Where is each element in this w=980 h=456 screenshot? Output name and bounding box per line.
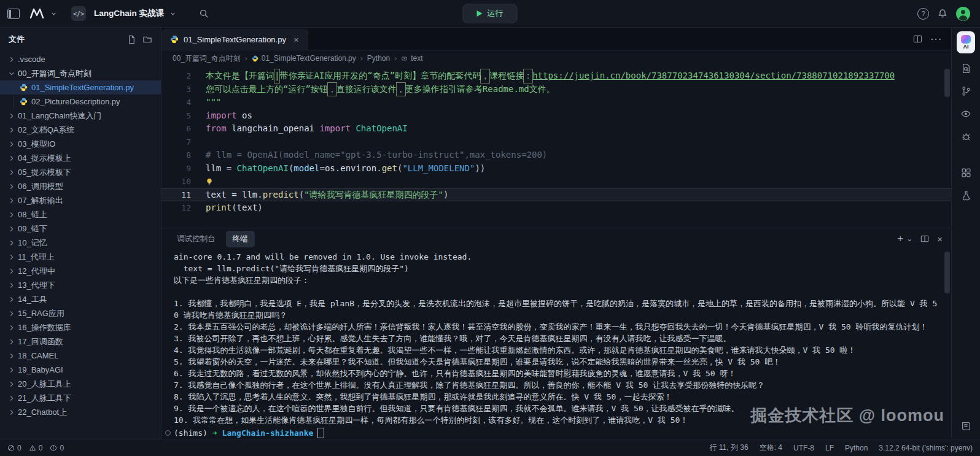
chevron-down-icon[interactable] bbox=[50, 10, 57, 17]
bell-icon[interactable] bbox=[938, 9, 947, 18]
statusbar-item-1[interactable]: 空格: 4 bbox=[760, 442, 782, 453]
problems-infos[interactable]: 0 bbox=[50, 444, 64, 452]
avatar[interactable] bbox=[956, 7, 970, 21]
tree-item[interactable]: 17_回调函数 bbox=[0, 334, 161, 349]
help-icon[interactable]: ? bbox=[917, 8, 929, 20]
tree-item[interactable]: 03_模型IO bbox=[0, 137, 161, 151]
new-folder-icon[interactable] bbox=[142, 35, 152, 44]
statusbar-item-5[interactable]: 3.12.2 64-bit ('shims': pyenv) bbox=[879, 444, 973, 452]
terminal[interactable]: ain-core 0.1.7 and will be removed in 1.… bbox=[161, 249, 951, 439]
tree-item[interactable]: 00_开篇词_奇点时刻 bbox=[0, 66, 161, 80]
tab-simpletextgeneration[interactable]: 01_SimpleTextGeneration.py × bbox=[161, 29, 308, 50]
extensions-grid-icon[interactable] bbox=[958, 164, 974, 180]
split-editor-icon[interactable] bbox=[913, 34, 922, 44]
test-flask-icon[interactable] bbox=[958, 187, 974, 203]
code-text bbox=[191, 136, 206, 149]
code-line-8[interactable]: 8# llm = OpenAI(model_name="gpt-3.5-turb… bbox=[161, 149, 951, 162]
scrollbar-thumb[interactable] bbox=[944, 252, 950, 293]
tree-item[interactable]: 09_链下 bbox=[0, 222, 161, 236]
tree-item[interactable]: 21_人脉工具下 bbox=[0, 391, 161, 405]
tree-item[interactable]: 02_PictureDescription.py bbox=[0, 95, 161, 109]
statusbar-item-3[interactable]: LF bbox=[825, 444, 834, 452]
statusbar-item-4[interactable]: Python bbox=[845, 444, 868, 452]
ai-assistant-icon[interactable]: AI bbox=[957, 31, 975, 53]
tree-item[interactable]: 15_RAG应用 bbox=[0, 306, 161, 320]
more-actions-icon[interactable]: ··· bbox=[931, 34, 943, 44]
tree-item[interactable]: 11_代理上 bbox=[0, 250, 161, 264]
app-logo[interactable] bbox=[29, 7, 45, 20]
code-tag-icon[interactable]: </> bbox=[71, 6, 86, 21]
code-text: 您可以点击最上方的“运行”按钮，直接运行该文件，更多操作指引请参考Readme.… bbox=[191, 83, 555, 96]
search-icon[interactable] bbox=[199, 9, 209, 18]
tree-item[interactable]: 07_解析输出 bbox=[0, 193, 161, 207]
tree-item[interactable]: 22_Chatbot上 bbox=[0, 405, 161, 419]
line-number: 10 bbox=[161, 175, 191, 188]
code-line-5[interactable]: 5import os bbox=[161, 109, 951, 123]
close-panel-icon[interactable]: × bbox=[937, 234, 943, 244]
tree-item-label: 20_人脉工具上 bbox=[18, 379, 71, 390]
tree-item[interactable]: 01_SimpleTextGeneration.py bbox=[0, 80, 161, 95]
tab-debug-console[interactable]: 调试控制台 bbox=[170, 231, 222, 247]
tree-item-label: 02_PictureDescription.py bbox=[31, 97, 120, 106]
tree-item[interactable]: 08_链上 bbox=[0, 207, 161, 222]
code-line-7[interactable]: 7 bbox=[161, 136, 951, 149]
tree-item[interactable]: 18_CAMEL bbox=[0, 349, 161, 363]
project-chevron-down-icon[interactable] bbox=[169, 10, 176, 17]
breadcrumb-symbol[interactable]: text bbox=[401, 54, 422, 63]
source-control-icon[interactable] bbox=[958, 83, 974, 99]
tree-item[interactable]: 05_提示模板下 bbox=[0, 165, 161, 179]
tree-item[interactable]: 13_代理下 bbox=[0, 278, 161, 292]
debug-bug-icon[interactable] bbox=[958, 128, 974, 144]
tree-item[interactable]: 19_BabyAGI bbox=[0, 363, 161, 377]
tree-item[interactable]: 16_操作数据库 bbox=[0, 320, 161, 334]
code-line-6[interactable]: 6from langchain_openai import ChatOpenAI bbox=[161, 122, 951, 136]
file-tree[interactable]: .vscode00_开篇词_奇点时刻01_SimpleTextGeneratio… bbox=[0, 51, 161, 439]
statusbar-item-2[interactable]: UTF-8 bbox=[793, 444, 814, 452]
terminal-line: 5. 我望着窗外的天空，一片迷茫。未来在哪里？我不知道。但我知道今天是肯德基疯狂… bbox=[174, 356, 939, 368]
scrollbar-thumb[interactable] bbox=[944, 69, 950, 97]
project-name[interactable]: LangChain 实战课 bbox=[94, 8, 164, 19]
docs-book-icon[interactable] bbox=[958, 418, 974, 434]
code-line-9[interactable]: 9llm = ChatOpenAI(model=os.environ.get("… bbox=[161, 162, 951, 176]
code-line-4[interactable]: 4""" bbox=[161, 96, 951, 109]
code-line-10[interactable]: 10 bbox=[161, 175, 951, 188]
run-button[interactable]: 运行 bbox=[463, 4, 518, 23]
file-search-icon[interactable] bbox=[958, 60, 974, 76]
code-line-2[interactable]: 2本文件是【开篇词|带你亲证AI应用开发的“奇点”时刻】章节的配套代码，课程链接… bbox=[161, 69, 951, 83]
tree-item[interactable]: 20_人脉工具上 bbox=[0, 377, 161, 391]
code-text: llm = ChatOpenAI(model=os.environ.get("L… bbox=[191, 162, 485, 176]
breadcrumb-language[interactable]: Python bbox=[367, 54, 390, 63]
code-editor[interactable]: 2本文件是【开篇词|带你亲证AI应用开发的“奇点”时刻】章节的配套代码，课程链接… bbox=[161, 66, 951, 228]
tree-item[interactable]: 14_工具 bbox=[0, 292, 161, 306]
code-line-11[interactable]: 11text = llm.predict("请给我写肯德基疯狂星期四的段子") bbox=[161, 188, 951, 202]
terminal-scrollbar[interactable] bbox=[944, 252, 950, 436]
tree-item[interactable]: 12_代理中 bbox=[0, 264, 161, 278]
terminal-prompt[interactable]: (shims) ➜ LangChain-shizhanke bbox=[174, 427, 939, 439]
tree-item[interactable]: 10_记忆 bbox=[0, 236, 161, 250]
terminal-dropdown-icon[interactable]: ⌄ bbox=[906, 234, 912, 243]
lightbulb-icon[interactable] bbox=[206, 177, 213, 186]
breadcrumb-folder[interactable]: 00_开篇词_奇点时刻 bbox=[173, 53, 241, 64]
tree-item[interactable]: 01_LangChain快速入门 bbox=[0, 109, 161, 123]
preview-eye-icon[interactable] bbox=[958, 106, 974, 122]
tree-item[interactable]: .vscode bbox=[0, 52, 161, 66]
problems-warnings[interactable]: 0 bbox=[29, 444, 43, 452]
tree-item[interactable]: 06_调用模型 bbox=[0, 179, 161, 193]
close-tab-icon[interactable]: × bbox=[294, 34, 299, 45]
split-panel-icon[interactable] bbox=[920, 234, 929, 243]
editor-scrollbar[interactable] bbox=[944, 69, 950, 225]
sidebar-toggle-icon[interactable] bbox=[7, 9, 20, 19]
code-line-12[interactable]: 12print(text) bbox=[161, 201, 951, 215]
tree-item-label: 04_提示模板上 bbox=[18, 153, 71, 164]
chevron-right-icon bbox=[7, 338, 18, 346]
new-file-icon[interactable] bbox=[127, 35, 136, 44]
tree-item-label: 05_提示模板下 bbox=[18, 167, 71, 178]
tab-terminal[interactable]: 终端 bbox=[226, 231, 255, 247]
tree-item[interactable]: 02_文档QA系统 bbox=[0, 123, 161, 137]
statusbar-item-0[interactable]: 行 11, 列 36 bbox=[709, 442, 748, 453]
breadcrumb-file[interactable]: 01_SimpleTextGeneration.py bbox=[252, 54, 356, 63]
new-terminal-icon[interactable]: + bbox=[897, 233, 903, 245]
tree-item[interactable]: 04_提示模板上 bbox=[0, 151, 161, 165]
problems-errors[interactable]: 0 bbox=[7, 444, 21, 452]
code-line-3[interactable]: 3您可以点击最上方的“运行”按钮，直接运行该文件，更多操作指引请参考Readme… bbox=[161, 83, 951, 96]
